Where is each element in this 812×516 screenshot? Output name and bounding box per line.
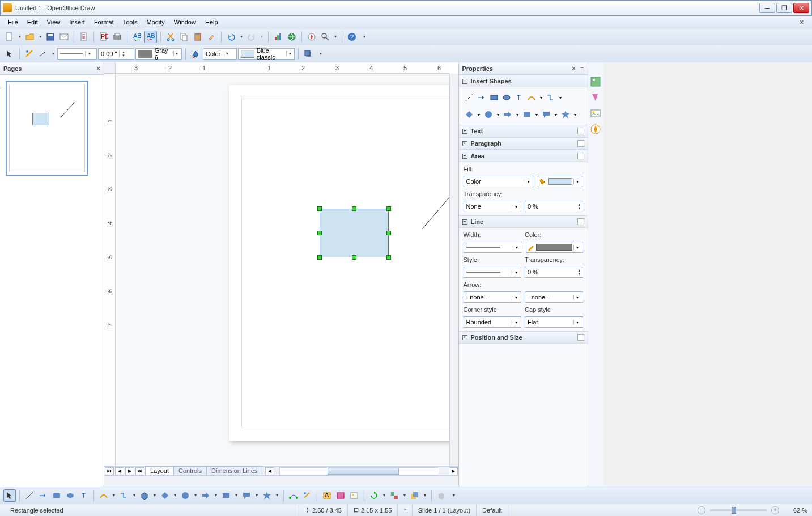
canvas-viewport[interactable] <box>116 74 449 466</box>
draw-align-dropdown[interactable]: ▾ <box>402 493 407 498</box>
shape-symbol-button[interactable] <box>483 109 494 120</box>
maximize-button[interactable]: ❐ <box>776 3 792 13</box>
tab-dimension-lines[interactable]: Dimension Lines <box>206 466 262 475</box>
prev-page-button[interactable]: ◀ <box>115 467 124 475</box>
arrow-line-shape[interactable] <box>419 176 449 232</box>
horizontal-scrollbar[interactable] <box>279 467 439 475</box>
arrow-select-button[interactable] <box>3 48 16 60</box>
shadow-button[interactable] <box>302 48 314 60</box>
draw-line-button[interactable] <box>23 489 36 502</box>
email-button[interactable] <box>58 31 70 43</box>
shape-star-button[interactable] <box>560 109 571 120</box>
fill-mode-combo[interactable]: Color▾ <box>203 48 237 60</box>
zoom-slider-knob[interactable] <box>732 507 736 514</box>
shape-block-arrow-dropdown[interactable]: ▾ <box>515 109 520 120</box>
sidebar-styles-icon[interactable] <box>590 92 601 103</box>
pages-panel-close-icon[interactable]: × <box>96 65 100 73</box>
draw-basic-dropdown[interactable]: ▾ <box>172 493 178 498</box>
paste-button[interactable] <box>192 31 204 43</box>
shape-star-dropdown[interactable]: ▾ <box>572 109 578 120</box>
undo-dropdown[interactable]: ▾ <box>239 34 244 39</box>
draw-3d-button[interactable] <box>138 489 151 502</box>
section-paragraph-more-icon[interactable] <box>577 140 584 147</box>
draw-blockarrow-button[interactable] <box>199 489 212 502</box>
sidebar-gallery-icon[interactable] <box>590 108 601 119</box>
line-transparency-field[interactable]: 0 %▲▼ <box>525 267 583 278</box>
open-button[interactable] <box>24 31 36 43</box>
vertical-ruler[interactable]: 1 2 3 4 5 6 7 <box>104 74 116 466</box>
save-button[interactable] <box>44 31 57 43</box>
draw-arrange-dropdown[interactable]: ▾ <box>422 493 428 498</box>
arrow-style-dropdown[interactable]: ▾ <box>50 51 56 56</box>
zoom-button[interactable] <box>319 31 331 43</box>
section-line[interactable]: −Line <box>459 215 588 228</box>
shape-connector-dropdown[interactable]: ▾ <box>558 92 563 103</box>
fill-color-select[interactable]: ▾ <box>538 176 583 187</box>
section-insert-shapes[interactable]: −Insert Shapes <box>459 75 588 87</box>
draw-fontwork-button[interactable]: A <box>321 489 333 502</box>
page-thumbnail[interactable] <box>6 81 88 176</box>
help-button[interactable]: ? <box>346 31 358 43</box>
draw-star-dropdown[interactable]: ▾ <box>274 493 280 498</box>
shape-curve-dropdown[interactable]: ▾ <box>538 92 544 103</box>
section-line-more-icon[interactable] <box>577 218 584 225</box>
draw-rotate-button[interactable] <box>368 489 380 502</box>
zoom-out-button[interactable]: − <box>698 506 705 514</box>
new-dropdown[interactable]: ▾ <box>17 34 23 39</box>
line-width-field[interactable]: 0.00 "▲▼ <box>98 48 134 60</box>
draw-symbol-button[interactable] <box>179 489 192 502</box>
draw-effects-dropdown[interactable]: ▾ <box>381 493 387 498</box>
print-button[interactable] <box>111 31 124 43</box>
section-paragraph[interactable]: +Paragraph <box>459 137 588 150</box>
shape-callout-button[interactable] <box>541 109 552 120</box>
auto-spellcheck-button[interactable]: ABC <box>144 31 157 43</box>
zoom-level[interactable]: 62 % <box>779 507 807 514</box>
fill-mode-select[interactable]: Color▾ <box>464 176 534 187</box>
edit-file-button[interactable] <box>78 31 90 43</box>
toolbar2-options[interactable]: ▾ <box>318 51 324 56</box>
tab-controls[interactable]: Controls <box>173 466 207 475</box>
hscroll-thumb[interactable] <box>328 468 399 475</box>
horizontal-ruler[interactable]: 3 2 1 1 2 3 4 5 6 7 8 9 10 11 <box>116 62 449 74</box>
format-paintbrush-button[interactable] <box>205 31 218 43</box>
cut-button[interactable] <box>164 31 177 43</box>
close-button[interactable]: ✕ <box>793 3 809 13</box>
vertical-scrollbar[interactable] <box>449 74 458 466</box>
redo-button[interactable] <box>245 31 258 43</box>
chart-button[interactable] <box>272 31 284 43</box>
draw-align-button[interactable] <box>388 489 401 502</box>
hyperlink-button[interactable] <box>286 31 298 43</box>
resize-handle-w[interactable] <box>317 231 322 235</box>
export-pdf-button[interactable]: PDF <box>97 31 110 43</box>
sidebar-properties-icon[interactable] <box>590 76 601 87</box>
shape-symbol-dropdown[interactable]: ▾ <box>495 109 501 120</box>
draw-flowchart-button[interactable] <box>220 489 232 502</box>
menu-modify[interactable]: Modify <box>142 18 169 27</box>
properties-close-icon[interactable]: × <box>572 65 576 73</box>
sidebar-settings-icon[interactable]: ≡ <box>580 65 584 72</box>
shape-flowchart-button[interactable] <box>521 109 533 120</box>
menu-file[interactable]: File <box>3 18 23 27</box>
arrow-style-button[interactable] <box>37 48 49 60</box>
line-style-button[interactable] <box>23 48 36 60</box>
menu-format[interactable]: Format <box>90 18 118 27</box>
draw-from-file-button[interactable] <box>334 489 347 502</box>
document-close-icon[interactable]: × <box>795 16 809 28</box>
shape-basic-button[interactable] <box>464 109 475 120</box>
draw-star-button[interactable] <box>261 489 273 502</box>
draw-connector-button[interactable] <box>118 489 130 502</box>
draw-callout-dropdown[interactable]: ▾ <box>254 493 260 498</box>
transparency-mode-select[interactable]: None▾ <box>464 201 522 212</box>
draw-gallery-button[interactable] <box>348 489 360 502</box>
section-position-size[interactable]: +Position and Size <box>459 331 588 344</box>
draw-select-button[interactable] <box>3 489 16 502</box>
draw-callout-button[interactable] <box>240 489 253 502</box>
next-page-button[interactable]: ▶ <box>125 467 134 475</box>
resize-handle-sw[interactable] <box>317 255 322 260</box>
section-area[interactable]: −Area <box>459 150 588 162</box>
draw-connector-dropdown[interactable]: ▾ <box>131 493 137 498</box>
line-width-select[interactable]: ▾ <box>464 242 522 253</box>
resize-handle-e[interactable] <box>386 231 391 235</box>
tab-layout[interactable]: Layout <box>145 466 174 475</box>
shape-curve-button[interactable] <box>526 92 537 103</box>
